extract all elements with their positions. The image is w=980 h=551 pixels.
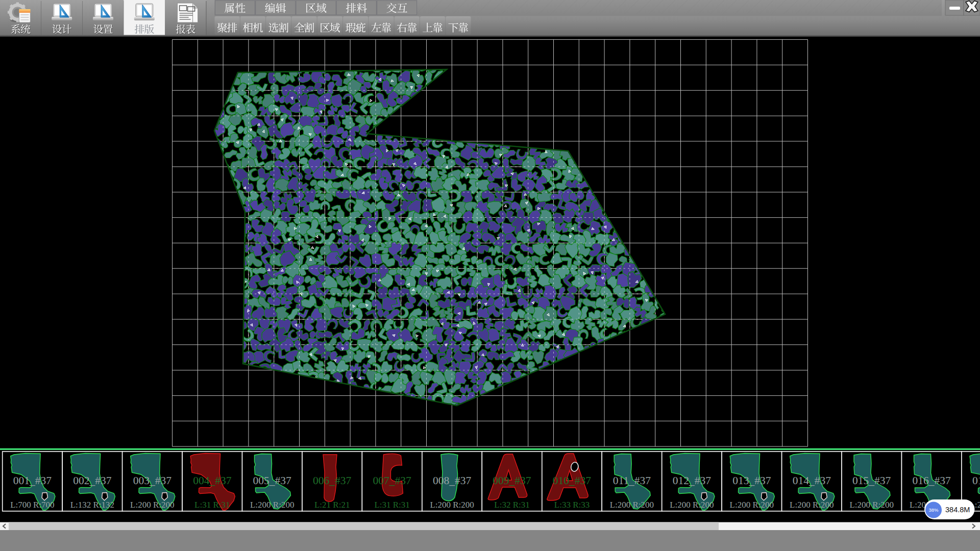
svg-text:L:21 R:21: L:21 R:21 [314,500,350,510]
svg-text:002_#37: 002_#37 [73,474,112,487]
svg-text:003_#37: 003_#37 [133,474,172,487]
svg-text:007_#37: 007_#37 [373,474,411,487]
svg-text:004_#37: 004_#37 [193,474,232,487]
svg-text:384.8M: 384.8M [945,506,970,514]
svg-text:015_#37: 015_#37 [852,474,891,487]
svg-text:012_#37: 012_#37 [673,474,712,487]
svg-text:011_#37: 011_#37 [613,474,651,487]
svg-text:009_#37: 009_#37 [493,474,531,487]
svg-text:L:200 R:200: L:200 R:200 [610,500,654,510]
svg-text:L:700 R:700: L:700 R:700 [10,500,54,510]
svg-text:L:200 R:200: L:200 R:200 [670,500,714,510]
svg-text:L:33 R:33: L:33 R:33 [554,500,590,510]
svg-text:L:32 R:31: L:32 R:31 [494,500,529,510]
svg-text:001_#37: 001_#37 [13,474,52,487]
svg-text:L:31 R:31: L:31 R:31 [374,500,409,510]
svg-text:L:200 R:200: L:200 R:200 [730,500,774,510]
svg-text:014_#37: 014_#37 [793,474,831,487]
svg-text:008_#37: 008_#37 [433,474,472,487]
svg-text:L:200 R:200: L:200 R:200 [849,500,893,510]
svg-text:L:200 R:200: L:200 R:200 [430,500,474,510]
svg-text:38%: 38% [928,507,939,513]
svg-text:016_#37: 016_#37 [913,474,951,487]
svg-text:L:200 R:200: L:200 R:200 [250,500,294,510]
svg-text:017_#37: 017_#37 [972,474,980,487]
svg-text:L:31 R:31: L:31 R:31 [194,500,230,510]
svg-text:L:200 R:200: L:200 R:200 [130,500,174,510]
svg-text:005_#37: 005_#37 [253,474,292,487]
svg-text:013_#37: 013_#37 [732,474,771,487]
svg-text:006_#37: 006_#37 [313,474,352,487]
svg-text:L:200 R:200: L:200 R:200 [790,500,834,510]
svg-text:L:132 R:132: L:132 R:132 [70,500,114,510]
svg-text:010_#37: 010_#37 [553,474,592,487]
